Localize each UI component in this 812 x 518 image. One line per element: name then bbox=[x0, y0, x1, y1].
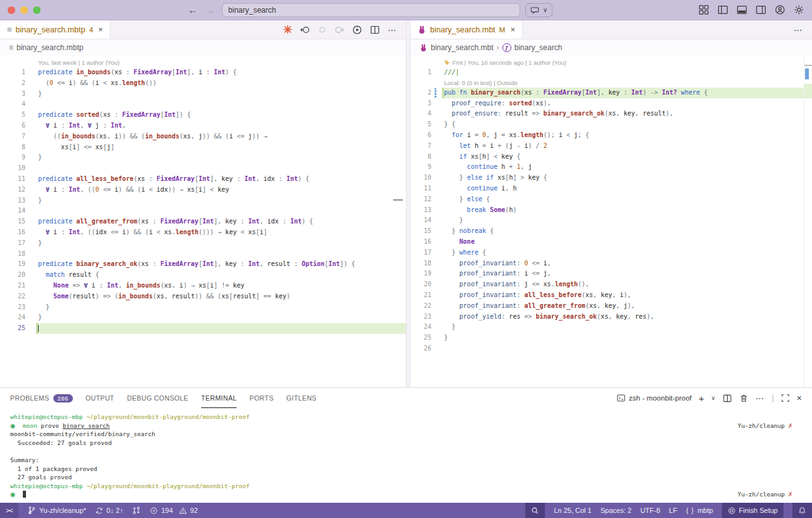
code-line[interactable]: 15 } nobreak { bbox=[410, 226, 812, 237]
terminal-content[interactable]: whitepie@octopus-mbp ~/playground/moonbi… bbox=[0, 408, 812, 503]
code-line[interactable]: 21 None => ∀ i : Int, in_bounds(xs, i) →… bbox=[0, 281, 406, 291]
code-line[interactable]: 7 let h = i + (j - i) / 2 bbox=[410, 141, 812, 152]
code-line[interactable]: 24} bbox=[0, 312, 406, 323]
line-number[interactable]: 20 bbox=[0, 270, 25, 281]
code-line[interactable]: 20 proof_invariant: j <= xs.length(), bbox=[410, 279, 812, 290]
code-line[interactable]: 11 continue i, h bbox=[410, 183, 812, 194]
panel-more-actions-icon[interactable]: ⋯ bbox=[756, 393, 765, 403]
line-number[interactable]: 21 bbox=[0, 281, 25, 291]
customize-layout-icon[interactable] bbox=[698, 4, 709, 15]
line-number[interactable]: 14 bbox=[0, 206, 25, 216]
line-number[interactable]: 26 bbox=[410, 343, 431, 354]
line-number[interactable]: 18 bbox=[410, 258, 431, 269]
line-number[interactable]: 3 bbox=[410, 98, 431, 109]
code-line[interactable]: 21 proof_invariant: all_less_before(xs, … bbox=[410, 290, 812, 301]
line-number[interactable]: 19 bbox=[410, 269, 431, 279]
tab-binary-search-mbt[interactable]: binary_search.mbt M × bbox=[410, 20, 523, 39]
code-line[interactable]: 1///| bbox=[410, 67, 812, 78]
line-number[interactable]: 20 bbox=[410, 279, 431, 290]
line-number[interactable]: 25 bbox=[410, 333, 431, 343]
overview-ruler[interactable] bbox=[804, 56, 812, 387]
line-number[interactable]: 5 bbox=[410, 119, 431, 130]
split-editor-icon[interactable] bbox=[370, 25, 380, 35]
line-number[interactable]: 2 bbox=[0, 78, 25, 89]
code-line[interactable]: 7 ((in_bounds(xs, i)) && (in_bounds(xs, … bbox=[0, 131, 406, 142]
problems-status[interactable]: 194 92 bbox=[150, 503, 198, 518]
line-number[interactable]: 21 bbox=[410, 290, 431, 301]
code-line[interactable]: 16 None bbox=[410, 237, 812, 248]
line-number[interactable]: 11 bbox=[410, 183, 431, 194]
code-line[interactable]: 2pub fn binary_search(xs : FixedArray[In… bbox=[410, 88, 812, 98]
line-number[interactable]: 18 bbox=[0, 249, 25, 260]
split-terminal-icon[interactable] bbox=[723, 394, 732, 403]
copilot-chat-button[interactable]: ∨ bbox=[525, 3, 553, 17]
line-number[interactable]: 13 bbox=[0, 196, 25, 206]
line-number[interactable]: 11 bbox=[0, 174, 25, 185]
nav-back-button[interactable]: ← bbox=[187, 4, 199, 15]
line-number[interactable]: 17 bbox=[410, 248, 431, 258]
indentation-status[interactable]: Spaces: 2 bbox=[601, 503, 632, 518]
nav-forward-button[interactable]: → bbox=[204, 4, 217, 15]
code-line[interactable]: 25} bbox=[410, 333, 812, 343]
line-number[interactable]: 17 bbox=[0, 238, 25, 249]
panel-tab-problems[interactable]: PROBLEMS286 bbox=[10, 388, 73, 408]
line-number[interactable]: 12 bbox=[0, 185, 25, 196]
code-line[interactable]: 25 bbox=[0, 323, 406, 334]
line-number[interactable]: 12 bbox=[410, 194, 431, 205]
code-line[interactable]: 20 match result { bbox=[0, 270, 406, 281]
line-number[interactable]: 7 bbox=[410, 141, 431, 152]
toggle-secondary-sidebar-icon[interactable] bbox=[756, 4, 766, 15]
code-line[interactable]: 5} { bbox=[410, 119, 812, 130]
ai-starburst-icon[interactable] bbox=[283, 25, 292, 34]
line-number[interactable]: 14 bbox=[410, 215, 431, 226]
code-line[interactable]: 9} bbox=[0, 152, 406, 163]
code-line[interactable]: 12 ∀ i : Int, ((0 <= i) && (i < idx)) → … bbox=[0, 185, 406, 196]
line-number[interactable]: 1 bbox=[410, 67, 431, 78]
line-number[interactable]: 22 bbox=[410, 301, 431, 312]
cursor-position[interactable]: Ln 25, Col 1 bbox=[554, 503, 591, 518]
code-line[interactable]: 17 } where { bbox=[410, 248, 812, 258]
line-number[interactable]: 9 bbox=[0, 152, 25, 163]
more-actions-icon[interactable]: ⋯ bbox=[794, 25, 803, 35]
line-number[interactable]: 13 bbox=[410, 205, 431, 216]
line-number[interactable]: 6 bbox=[0, 121, 25, 131]
line-number[interactable]: 1 bbox=[0, 67, 25, 78]
code-line[interactable]: 10 bbox=[0, 163, 406, 174]
run-debug-icon[interactable] bbox=[352, 25, 362, 35]
code-line[interactable]: 4 proof_ensure: result => binary_search_… bbox=[410, 109, 812, 119]
breadcrumb-file[interactable]: binary_search.mbt bbox=[431, 43, 494, 52]
line-number[interactable]: 3 bbox=[0, 89, 25, 100]
line-number[interactable]: 8 bbox=[410, 152, 431, 163]
codelens[interactable]: Local: 0 (0 in test) | Outside bbox=[410, 78, 812, 88]
code-line[interactable]: 8 xs[i] <= xs[j] bbox=[0, 142, 406, 153]
notifications-bell-icon[interactable] bbox=[792, 503, 812, 518]
code-line[interactable]: 10 } else if xs[h] > key { bbox=[410, 173, 812, 183]
line-number[interactable]: 8 bbox=[0, 142, 25, 153]
kill-terminal-icon[interactable] bbox=[739, 394, 749, 403]
breadcrumb-symbol[interactable]: binary_search bbox=[514, 43, 562, 52]
search-status-icon[interactable] bbox=[525, 503, 545, 518]
code-line[interactable]: 13 break Some(h) bbox=[410, 205, 812, 216]
code-line[interactable]: 9 continue h + 1, j bbox=[410, 162, 812, 173]
code-line[interactable]: 15predicate all_greater_from(xs : FixedA… bbox=[0, 216, 406, 227]
panel-tab-output[interactable]: OUTPUT bbox=[86, 388, 115, 408]
minimize-window-button[interactable] bbox=[20, 6, 28, 14]
code-line[interactable]: 22 Some(result) => (in_bounds(xs, result… bbox=[0, 291, 406, 302]
line-number[interactable]: 5 bbox=[0, 110, 25, 121]
code-line[interactable]: 26 bbox=[410, 343, 812, 354]
more-actions-icon[interactable]: ⋯ bbox=[388, 25, 397, 35]
terminal-instance-label[interactable]: zsh - moonbit-proof bbox=[617, 394, 691, 402]
code-line[interactable]: 22 proof_invariant: all_greater_from(xs,… bbox=[410, 301, 812, 312]
maximize-panel-icon[interactable] bbox=[781, 394, 790, 402]
line-number[interactable]: 4 bbox=[0, 99, 25, 110]
panel-tab-gitlens[interactable]: GITLENS bbox=[286, 388, 317, 408]
git-compare-icon[interactable] bbox=[132, 503, 141, 518]
code-line[interactable]: 19predicate binary_search_ok(xs : FixedA… bbox=[0, 259, 406, 270]
toggle-panel-icon[interactable] bbox=[737, 4, 747, 15]
panel-tab-terminal[interactable]: TERMINAL bbox=[201, 388, 237, 408]
code-line[interactable]: 6 for i = 0, j = xs.length(); i < j; { bbox=[410, 130, 812, 141]
nav-forward-circle-icon[interactable] bbox=[334, 25, 344, 35]
encoding-status[interactable]: UTF-8 bbox=[640, 503, 660, 518]
line-number[interactable]: 23 bbox=[410, 312, 431, 322]
code-line[interactable]: 4 bbox=[0, 99, 406, 110]
